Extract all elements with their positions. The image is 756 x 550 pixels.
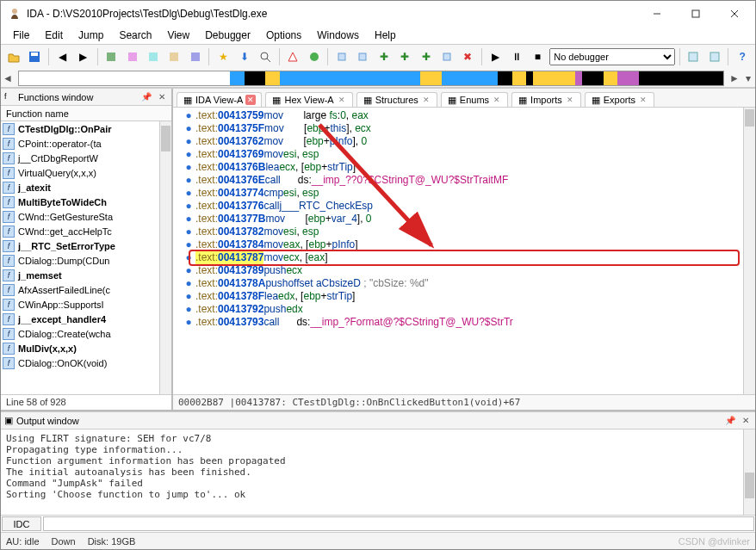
- tab-ida-view-a[interactable]: ▦IDA View-A✕: [177, 92, 262, 107]
- tool-b-icon[interactable]: [123, 47, 141, 66]
- cfg2-icon[interactable]: [705, 47, 723, 66]
- disasm-line[interactable]: ●.text:00413792 push edx: [182, 303, 743, 316]
- menu-debugger[interactable]: Debugger: [198, 28, 257, 43]
- output-pin-icon[interactable]: 📌: [724, 415, 736, 427]
- nav-left-icon[interactable]: ◄: [1, 72, 15, 84]
- save-icon[interactable]: [25, 47, 43, 66]
- function-row[interactable]: fj__except_handler4: [1, 312, 159, 326]
- functions-column-header[interactable]: Function name: [1, 106, 171, 121]
- disasm-line[interactable]: ●.text:00413769 mov esi, esp: [182, 148, 743, 161]
- tab-structures[interactable]: ▦Structures✕: [356, 92, 437, 107]
- tool-e-icon[interactable]: [186, 47, 204, 66]
- cmd-label[interactable]: IDC: [2, 516, 41, 531]
- function-row[interactable]: fCPoint::operator-(ta: [1, 136, 159, 151]
- tab-close-icon[interactable]: ✕: [421, 95, 431, 105]
- disasm-line[interactable]: ●.text:00413759 mov large fs:0, eax: [182, 109, 743, 122]
- plus3-icon[interactable]: ✚: [417, 47, 435, 66]
- nav-down-icon[interactable]: ▾: [741, 72, 755, 84]
- tool-a-icon[interactable]: [102, 47, 121, 66]
- cfg1-icon[interactable]: [685, 47, 703, 66]
- disasm-line[interactable]: ●.text:00413793 call ds:__imp_?Format@?$…: [182, 316, 743, 329]
- function-row[interactable]: fCWnd::get_accHelpTc: [1, 224, 159, 238]
- menu-help[interactable]: Help: [368, 28, 403, 43]
- function-row[interactable]: fCTestDlgDlg::OnPair: [1, 121, 159, 136]
- pin-icon[interactable]: 📌: [140, 91, 152, 103]
- forward-icon[interactable]: ▶: [74, 47, 92, 66]
- menu-edit[interactable]: Edit: [38, 28, 70, 43]
- tab-imports[interactable]: ▦Imports✕: [511, 92, 581, 107]
- disasm-line[interactable]: ●.text:0041378A push offset aCbsizeD ; "…: [182, 277, 743, 290]
- output-close-icon[interactable]: ✕: [740, 415, 752, 427]
- menu-jump[interactable]: Jump: [71, 28, 110, 43]
- help-icon[interactable]: ?: [733, 47, 751, 66]
- function-row[interactable]: fMulDiv(x,x,x): [1, 341, 159, 355]
- function-row[interactable]: fj__RTC_SetErrorType: [1, 238, 159, 253]
- db2-icon[interactable]: [354, 47, 372, 66]
- disasm-line[interactable]: ●.text:00413787 mov ecx, [eax]: [182, 251, 743, 264]
- run-icon[interactable]: ▶: [486, 47, 505, 66]
- function-row[interactable]: fCWnd::GetGestureSta: [1, 209, 159, 224]
- disasm-line[interactable]: ●.text:0041377B mov [ebp+var_4], 0: [182, 213, 743, 226]
- star-icon[interactable]: ★: [214, 47, 232, 66]
- tab-enums[interactable]: ▦Enums✕: [441, 92, 508, 107]
- output-scrollbar[interactable]: [743, 429, 755, 515]
- function-row[interactable]: fCDialog::Create(wcha: [1, 326, 159, 341]
- db1-icon[interactable]: [332, 47, 350, 66]
- disasm-view[interactable]: ●.text:00413759 mov large fs:0, eax●.tex…: [173, 108, 743, 394]
- plus2-icon[interactable]: ✚: [395, 47, 413, 66]
- disasm-scrollbar[interactable]: [743, 108, 755, 394]
- delete-icon[interactable]: ✖: [459, 47, 477, 66]
- tab-hex-view-a[interactable]: ▦Hex View-A✕: [265, 92, 352, 107]
- tab-close-icon[interactable]: ✕: [638, 95, 648, 105]
- tab-close-icon[interactable]: ✕: [245, 95, 256, 105]
- db3-icon[interactable]: [437, 47, 455, 66]
- disasm-line[interactable]: ●.text:0041376E call ds:__imp_??0?$CStri…: [182, 174, 743, 187]
- open-icon[interactable]: [4, 47, 22, 66]
- tool-c-icon[interactable]: [144, 47, 162, 66]
- menu-windows[interactable]: Windows: [310, 28, 366, 43]
- close-button[interactable]: [715, 2, 753, 26]
- back-icon[interactable]: ◀: [53, 47, 71, 66]
- circle-icon[interactable]: [305, 47, 323, 66]
- functions-scrollbar[interactable]: [159, 121, 171, 394]
- tab-close-icon[interactable]: ✕: [565, 95, 575, 105]
- function-row[interactable]: fCDialog::OnOK(void): [1, 355, 159, 370]
- function-row[interactable]: fj_memset: [1, 268, 159, 282]
- menu-options[interactable]: Options: [259, 28, 308, 43]
- pause-icon[interactable]: ⏸: [507, 47, 525, 66]
- function-row[interactable]: fAfxAssertFailedLine(c: [1, 282, 159, 297]
- function-row[interactable]: fCDialog::Dump(CDun: [1, 253, 159, 268]
- overview-bar[interactable]: [18, 71, 724, 86]
- function-row[interactable]: fj__CrtDbgReportW: [1, 151, 159, 165]
- panel-close-icon[interactable]: ✕: [156, 91, 168, 103]
- tab-close-icon[interactable]: ✕: [337, 95, 347, 105]
- disasm-line[interactable]: ●.text:0041376B lea ecx, [ebp+strTip]: [182, 161, 743, 174]
- tool-d-icon[interactable]: [165, 47, 183, 66]
- output-text[interactable]: Using FLIRT signature: SEH for vc7/8 Pro…: [1, 429, 743, 515]
- down-icon[interactable]: ⬇: [235, 47, 253, 66]
- menu-view[interactable]: View: [160, 28, 196, 43]
- disasm-line[interactable]: ●.text:00413782 mov esi, esp: [182, 226, 743, 238]
- disasm-line[interactable]: ●.text:00413784 mov eax, [ebp+pInfo]: [182, 238, 743, 251]
- debugger-select[interactable]: No debugger: [549, 48, 675, 65]
- disasm-line[interactable]: ●.text:0041375F mov [ebp+this], ecx: [182, 122, 743, 135]
- menu-search[interactable]: Search: [112, 28, 158, 43]
- plus1-icon[interactable]: ✚: [375, 47, 393, 66]
- menu-file[interactable]: File: [6, 28, 36, 43]
- function-row[interactable]: fCWinApp::SupportsI: [1, 297, 159, 312]
- stop-icon[interactable]: ■: [529, 47, 547, 66]
- disasm-line[interactable]: ●.text:0041378F lea edx, [ebp+strTip]: [182, 290, 743, 303]
- triangle-icon[interactable]: [284, 47, 302, 66]
- cmd-input[interactable]: [43, 516, 754, 531]
- disasm-line[interactable]: ●.text:00413762 mov [ebp+pInfo], 0: [182, 135, 743, 148]
- nav-right-icon[interactable]: ►: [728, 72, 741, 84]
- disasm-line[interactable]: ●.text:00413776 call j___RTC_CheckEsp: [182, 200, 743, 213]
- disasm-line[interactable]: ●.text:00413774 cmp esi, esp: [182, 187, 743, 200]
- function-row[interactable]: fVirtualQuery(x,x,x): [1, 165, 159, 180]
- search-icon[interactable]: [256, 47, 274, 66]
- tab-close-icon[interactable]: ✕: [492, 95, 502, 105]
- tab-exports[interactable]: ▦Exports✕: [585, 92, 654, 107]
- disasm-line[interactable]: ●.text:00413789 push ecx: [182, 264, 743, 277]
- minimize-button[interactable]: [637, 2, 676, 26]
- function-row[interactable]: fMultiByteToWideCh: [1, 195, 159, 209]
